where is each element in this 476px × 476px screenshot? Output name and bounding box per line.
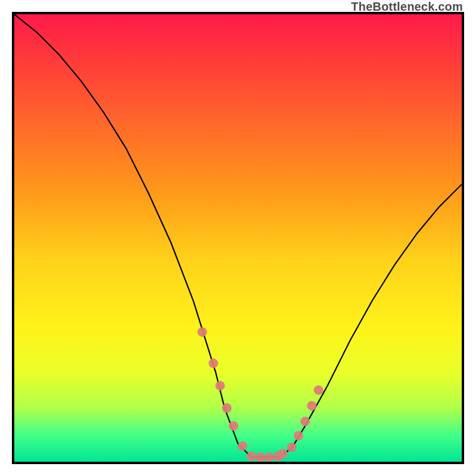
- watermark-text: TheBottleneck.com: [351, 0, 463, 14]
- marker-dot: [300, 416, 310, 426]
- marker-dot: [222, 403, 231, 413]
- marker-dot: [238, 441, 248, 451]
- chart-svg: [14, 14, 462, 462]
- marker-dot: [278, 449, 287, 458]
- marker-group: [198, 327, 324, 462]
- marker-dot: [228, 421, 238, 431]
- marker-dot: [209, 359, 218, 368]
- chart-plot-area: [12, 12, 464, 464]
- marker-dot: [314, 386, 323, 395]
- marker-dot: [307, 401, 317, 411]
- marker-dot: [287, 443, 296, 452]
- marker-dot: [215, 381, 225, 390]
- bottleneck-curve: [14, 14, 462, 457]
- marker-dot: [265, 452, 274, 462]
- marker-dot: [198, 327, 207, 337]
- marker-dot: [256, 452, 265, 462]
- marker-dot: [247, 452, 256, 461]
- marker-dot: [294, 431, 303, 440]
